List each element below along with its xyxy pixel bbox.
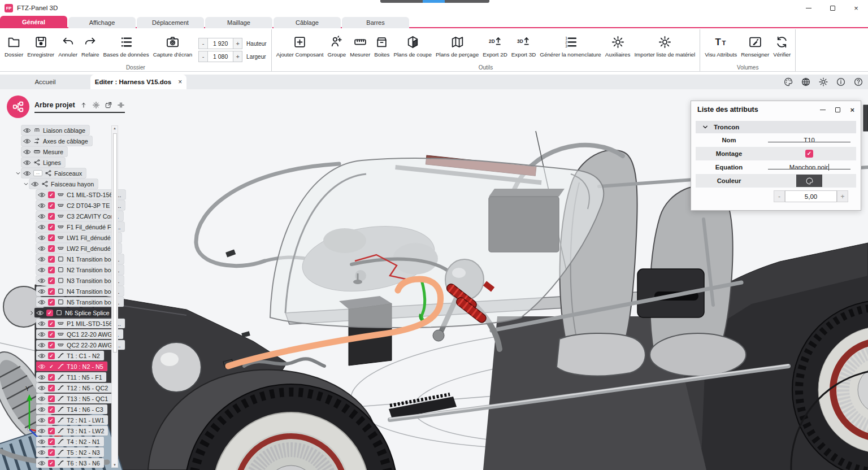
tree-item-faisceaux[interactable]: ...Faisceaux: [0, 168, 111, 178]
chevron-down-icon[interactable]: [22, 181, 29, 187]
visibility-checkbox[interactable]: ✓: [48, 224, 55, 230]
visibility-checkbox[interactable]: ✓: [48, 352, 55, 359]
eye-icon[interactable]: [38, 223, 46, 231]
eye-icon[interactable]: [38, 298, 46, 306]
chevron-down-icon[interactable]: [14, 171, 21, 176]
dotted-box-icon[interactable]: ...: [33, 170, 42, 176]
spinner-increment[interactable]: +: [837, 190, 848, 202]
palette-icon[interactable]: [783, 77, 793, 87]
tree-item-t12-n5-qc2[interactable]: ✓T12 : N5 - QC2: [0, 383, 111, 393]
tree-item-c3-2cavity-con[interactable]: ✓C3 2CAVITY Con...: [0, 211, 111, 221]
info-icon[interactable]: [836, 77, 846, 87]
export-2d-button[interactable]: 2DExport 2D: [483, 33, 507, 58]
help-icon[interactable]: [853, 77, 863, 87]
visibility-checkbox[interactable]: ✓: [48, 449, 55, 456]
visibility-checkbox[interactable]: ✓: [46, 310, 53, 316]
tree-item-qc2-22-20-awg-f[interactable]: ✓QC2 22-20 AWG f...: [0, 340, 111, 350]
largeur-value[interactable]: 1 080: [207, 51, 233, 62]
viewport-3d[interactable]: Y Arbre projet Liaison câblageAxes de câ…: [0, 89, 868, 470]
scrollbar-thumb[interactable]: [113, 133, 117, 352]
eye-icon[interactable]: [38, 212, 46, 220]
eye-icon[interactable]: [23, 127, 31, 134]
close-tab-icon[interactable]: ×: [178, 78, 182, 86]
tree-item-t3-n1-lw2[interactable]: ✓T3 : N1 - LW2: [0, 426, 111, 436]
hauteur-decrement[interactable]: -: [199, 38, 207, 49]
tree-scrollbar[interactable]: ▲ ▼: [111, 125, 118, 468]
eye-icon[interactable]: [38, 416, 46, 424]
eye-icon[interactable]: [38, 202, 46, 210]
eye-icon[interactable]: [38, 373, 46, 381]
tree-item-lw2-fil-denude[interactable]: ✓LW2 Fil_dénudé ...: [0, 243, 111, 253]
eye-icon[interactable]: [38, 266, 46, 274]
tree-item-axes-de-cablage[interactable]: Axes de câblage: [0, 136, 111, 146]
tree-item-faisceau-hayon[interactable]: Faisceau hayon: [0, 179, 111, 189]
hauteur-increment[interactable]: +: [233, 38, 242, 49]
eye-icon[interactable]: [38, 255, 46, 263]
tree-item-t14-n6-c3[interactable]: ✓T14 : N6 - C3: [0, 404, 111, 414]
eye-icon[interactable]: [38, 352, 46, 360]
eye-icon[interactable]: [38, 320, 46, 328]
eye-icon[interactable]: [23, 148, 31, 156]
eye-icon[interactable]: [38, 245, 46, 253]
panel-maximize-button[interactable]: [835, 107, 840, 112]
tree-item-t4-n2-n1[interactable]: ✓T4 : N2 - N1: [0, 437, 111, 446]
export-3d-button[interactable]: 3DExport 3D: [511, 33, 536, 58]
ribbon-tab-affichage[interactable]: Affichage: [68, 17, 136, 28]
visibility-checkbox[interactable]: ✓: [48, 363, 55, 370]
eye-icon[interactable]: [38, 438, 46, 446]
tree-item-t11-n5-f1[interactable]: ✓T11 : N5 - F1: [0, 372, 111, 382]
tree-item-p1-mil-std-1560[interactable]: ✓P1 MIL-STD-1560...: [0, 319, 111, 328]
tree-item-lw1-fil-denude[interactable]: ✓LW1 Fil_dénudé ...: [0, 233, 111, 242]
visibility-checkbox[interactable]: ✓: [48, 331, 55, 338]
settings-icon[interactable]: [92, 101, 100, 109]
generer-la-nomenclature-button[interactable]: 123Générer la nomenclature: [540, 33, 601, 58]
tree-item-c2-dt04-3p-te-c[interactable]: ✓C2 DT04-3P TE C...: [0, 201, 111, 210]
eye-icon[interactable]: [38, 330, 46, 338]
tree-item-n5-transition-boo[interactable]: ✓N5 Transition boo...: [0, 297, 111, 307]
bases-de-donnees-button[interactable]: Bases de données: [103, 33, 149, 58]
eye-icon[interactable]: [38, 395, 46, 403]
capture-d-ecran-button[interactable]: Capture d'écran: [153, 33, 192, 58]
eye-icon[interactable]: [38, 459, 46, 467]
renseigner-button[interactable]: Renseigner: [741, 33, 769, 58]
visibility-checkbox[interactable]: ✓: [48, 374, 55, 381]
eye-icon[interactable]: [38, 234, 46, 242]
visibility-checkbox[interactable]: ✓: [48, 234, 55, 241]
eye-icon[interactable]: [23, 159, 31, 167]
equation-input[interactable]: Manchon noir: [762, 164, 856, 171]
tree-item-t5-n2-n3[interactable]: ✓T5 : N2 - N3: [0, 447, 111, 457]
verifier-button[interactable]: Vérifier: [773, 33, 791, 58]
visibility-checkbox[interactable]: ✓: [48, 267, 55, 273]
visibility-checkbox[interactable]: ✓: [48, 385, 55, 391]
eye-icon[interactable]: [23, 137, 31, 145]
ribbon-tab-general[interactable]: Général: [0, 16, 67, 28]
visibility-checkbox[interactable]: ✓: [48, 428, 55, 434]
plans-de-percage-button[interactable]: Plans de perçage: [436, 33, 479, 58]
visibility-checkbox[interactable]: ✓: [48, 299, 55, 306]
visibility-checkbox[interactable]: ✓: [48, 406, 55, 413]
visibility-checkbox[interactable]: ✓: [48, 202, 55, 209]
tree-item-n3-transition-boo[interactable]: ✓N3 Transition boo...: [0, 276, 111, 285]
tree-item-mesure[interactable]: Mesure: [0, 147, 111, 156]
largeur-decrement[interactable]: -: [199, 51, 207, 62]
eye-icon[interactable]: [38, 341, 46, 349]
close-button[interactable]: ×: [844, 0, 868, 16]
tree-item-t13-n5-qc1[interactable]: ✓T13 : N5 - QC1: [0, 394, 111, 403]
mesurer-button[interactable]: Mesurer: [350, 33, 370, 58]
section-troncon[interactable]: Troncon: [696, 121, 856, 133]
visibility-checkbox[interactable]: ✓: [48, 256, 55, 263]
tree-item-c1-mil-std-1560[interactable]: ✓C1 MIL-STD-1560...: [0, 190, 111, 199]
tree-item-t2-n1-lw1[interactable]: ✓T2 : N1 - LW1: [0, 415, 111, 425]
scroll-up-icon[interactable]: ▲: [112, 127, 118, 130]
ajouter-composant-button[interactable]: Ajouter Composant: [276, 33, 324, 58]
settings-icon[interactable]: [818, 77, 828, 87]
eye-icon[interactable]: [36, 309, 44, 317]
eye-icon[interactable]: [38, 191, 46, 199]
chevron-right-icon[interactable]: [29, 310, 34, 316]
tree-item-f1-fil-denude-fil[interactable]: ✓F1 Fil_dénudé Fil ...: [0, 222, 111, 232]
split-icon[interactable]: [117, 101, 125, 109]
panel-close-button[interactable]: ×: [850, 106, 854, 114]
plans-de-coupe-button[interactable]: Plans de coupe: [393, 33, 432, 58]
eye-icon[interactable]: [38, 449, 46, 456]
media-progress-bar[interactable]: [380, 0, 489, 3]
